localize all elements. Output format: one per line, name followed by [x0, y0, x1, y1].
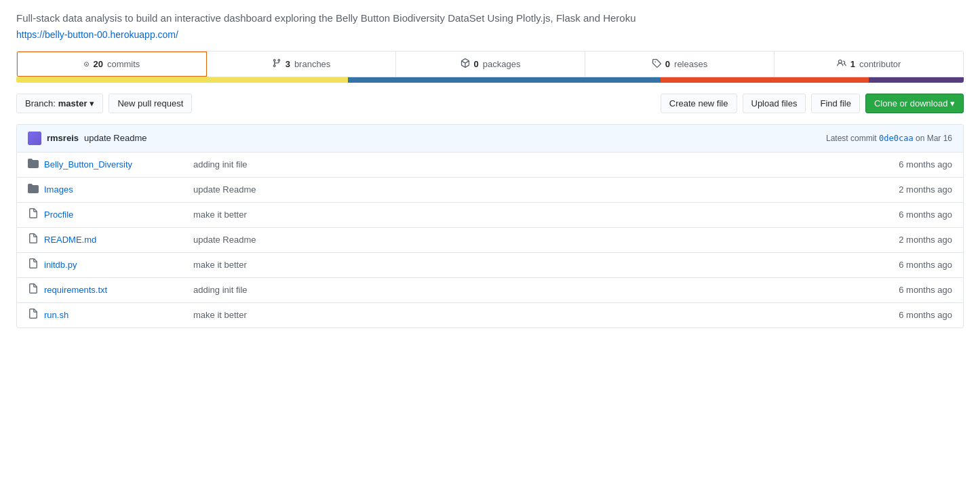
- commits-stat[interactable]: ⊙ 20 commits: [16, 51, 208, 77]
- file-icon: [28, 258, 39, 272]
- file-commit-message: adding init file: [193, 159, 871, 170]
- table-row: initdb.pymake it better6 months ago: [17, 253, 963, 278]
- upload-files-button[interactable]: Upload files: [743, 94, 806, 113]
- file-time: 6 months ago: [871, 210, 952, 220]
- file-name[interactable]: initdb.py: [44, 260, 193, 270]
- file-icon: [28, 308, 39, 322]
- packages-label: packages: [483, 59, 521, 69]
- commit-header-left: rmsreis update Readme: [28, 132, 147, 145]
- repo-url[interactable]: https://belly-button-00.herokuapp.com/: [16, 29, 964, 40]
- file-time: 6 months ago: [871, 260, 952, 270]
- file-name[interactable]: Images: [44, 184, 193, 195]
- file-commit-message: adding init file: [193, 285, 871, 295]
- file-commit-message: make it better: [193, 210, 871, 220]
- avatar: [28, 132, 41, 145]
- file-time: 6 months ago: [871, 310, 952, 320]
- branch-selector[interactable]: Branch: master ▾: [16, 94, 103, 113]
- folder-icon: [28, 158, 39, 172]
- releases-stat[interactable]: 0 releases: [585, 52, 775, 77]
- commit-header: rmsreis update Readme Latest commit 0de0…: [17, 125, 963, 153]
- stats-bar: ⊙ 20 commits 3 branches 0 packages 0 rel…: [16, 51, 964, 77]
- commit-author[interactable]: rmsreis: [47, 133, 79, 143]
- commits-label: commits: [107, 59, 140, 69]
- file-name[interactable]: README.md: [44, 235, 193, 245]
- file-icon: [28, 233, 39, 247]
- file-time: 6 months ago: [871, 159, 952, 170]
- file-icon: [28, 283, 39, 297]
- branches-stat[interactable]: 3 branches: [207, 52, 396, 77]
- file-rows-container: Belly_Button_Diversityadding init file6 …: [17, 153, 963, 327]
- table-row: Imagesupdate Readme2 months ago: [17, 178, 963, 203]
- file-name[interactable]: run.sh: [44, 310, 193, 320]
- file-name[interactable]: Procfile: [44, 210, 193, 220]
- packages-icon: [460, 58, 470, 70]
- toolbar: Branch: master ▾ New pull request Create…: [16, 94, 964, 113]
- table-row: requirements.txtadding init file6 months…: [17, 278, 963, 303]
- folder-icon: [28, 183, 39, 197]
- contributors-count: 1: [850, 59, 855, 69]
- branch-label: Branch:: [25, 98, 56, 108]
- commits-icon: ⊙: [84, 59, 90, 69]
- file-icon: [28, 208, 39, 222]
- new-pull-request-button[interactable]: New pull request: [109, 94, 192, 113]
- packages-count: 0: [474, 59, 479, 69]
- commit-header-right: Latest commit 0de0caa on Mar 16: [826, 134, 952, 143]
- clone-or-download-button[interactable]: Clone or download ▾: [865, 94, 964, 113]
- contributors-icon: [837, 58, 846, 70]
- table-row: Belly_Button_Diversityadding init file6 …: [17, 153, 963, 178]
- file-name[interactable]: Belly_Button_Diversity: [44, 159, 193, 170]
- releases-label: releases: [674, 59, 707, 69]
- find-file-button[interactable]: Find file: [811, 94, 860, 113]
- file-time: 2 months ago: [871, 184, 952, 195]
- file-name[interactable]: requirements.txt: [44, 285, 193, 295]
- branch-name: master: [58, 98, 87, 108]
- color-segment-2: [348, 77, 661, 83]
- chevron-down-icon: ▾: [90, 98, 94, 108]
- branches-icon: [272, 58, 281, 70]
- commits-count: 20: [93, 59, 102, 69]
- toolbar-left: Branch: master ▾ New pull request: [16, 94, 192, 113]
- toolbar-right: Create new file Upload files Find file C…: [661, 94, 964, 113]
- releases-count: 0: [665, 59, 670, 69]
- table-row: run.shmake it better6 months ago: [17, 303, 963, 327]
- color-segment-3: [661, 77, 869, 83]
- color-segment-1: [16, 77, 348, 83]
- releases-icon: [652, 58, 661, 70]
- commit-sha[interactable]: 0de0caa: [879, 134, 914, 143]
- file-commit-message: make it better: [193, 260, 871, 270]
- contributors-label: contributor: [859, 59, 901, 69]
- table-row: README.mdupdate Readme2 months ago: [17, 228, 963, 253]
- file-table: rmsreis update Readme Latest commit 0de0…: [16, 124, 964, 328]
- language-color-bar: [16, 77, 964, 83]
- repo-description: Full-stack data analysis to build an int…: [16, 11, 964, 26]
- latest-commit-label: Latest commit: [826, 134, 877, 143]
- file-commit-message: update Readme: [193, 235, 871, 245]
- contributors-stat[interactable]: 1 contributor: [775, 52, 963, 77]
- color-segment-4: [869, 77, 964, 83]
- create-new-file-button[interactable]: Create new file: [661, 94, 737, 113]
- commit-message: update Readme: [84, 133, 147, 143]
- file-commit-message: make it better: [193, 310, 871, 320]
- commit-date: on Mar 16: [916, 134, 952, 143]
- file-commit-message: update Readme: [193, 184, 871, 195]
- branches-label: branches: [294, 59, 330, 69]
- branches-count: 3: [286, 59, 290, 69]
- table-row: Procfilemake it better6 months ago: [17, 203, 963, 228]
- file-time: 2 months ago: [871, 235, 952, 245]
- packages-stat[interactable]: 0 packages: [396, 52, 585, 77]
- file-time: 6 months ago: [871, 285, 952, 295]
